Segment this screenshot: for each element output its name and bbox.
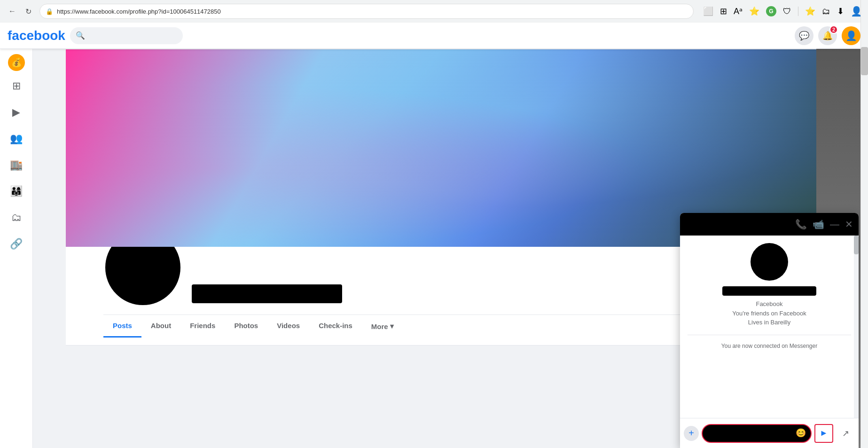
- facebook-nav-right: 💬 🔔 2 👤: [795, 26, 860, 45]
- facebook-sidebar: 🏠 💰 ⊞ ▶ 👥 🏬 👨‍👩‍👧 🗂 🔗: [0, 23, 33, 448]
- messenger-send-button[interactable]: ►: [814, 424, 833, 443]
- messenger-video-icon[interactable]: 📹: [813, 219, 824, 230]
- messenger-friends-label: You're friends on Facebook: [732, 309, 806, 318]
- browser-ext-icon-3[interactable]: Aᵃ: [734, 6, 743, 16]
- browser-address-bar[interactable]: 🔒 https://www.facebook.com/profile.php?i…: [39, 4, 694, 19]
- messenger-icon: 💬: [799, 31, 809, 41]
- messenger-connected-text: You are now connected on Messenger: [688, 335, 851, 357]
- messenger-button[interactable]: 💬: [795, 26, 813, 45]
- sidebar-item-pages[interactable]: 🗂: [5, 206, 28, 229]
- browser-nav-buttons: ← ↻: [6, 5, 35, 18]
- messenger-popup-header: 📞 📹 — ✕: [680, 213, 859, 236]
- tab-photos[interactable]: Photos: [225, 315, 267, 338]
- tab-posts[interactable]: Posts: [103, 315, 141, 338]
- browser-separator: [798, 7, 798, 16]
- external-link-icon: ↗: [842, 428, 849, 439]
- sidebar-item-coin[interactable]: 💰: [8, 54, 25, 71]
- messenger-contact-info: Facebook You're friends on Facebook Live…: [732, 299, 806, 327]
- sidebar-item-watch[interactable]: ▶: [5, 101, 28, 124]
- sidebar-item-link[interactable]: 🔗: [5, 233, 28, 255]
- browser-ext-icon-5[interactable]: 🛡: [783, 7, 791, 16]
- browser-url: https://www.facebook.com/profile.php?id=…: [57, 8, 221, 15]
- tab-checkins[interactable]: Check-ins: [309, 315, 362, 338]
- browser-ext-icon-1[interactable]: ⬜: [703, 6, 713, 16]
- messenger-location-label: Lives in Bareilly: [732, 318, 806, 327]
- search-icon: 🔍: [76, 31, 85, 40]
- browser-ext-icon-8[interactable]: ⬇: [837, 6, 844, 16]
- messenger-facebook-label: Facebook: [732, 299, 806, 309]
- browser-right-icons: ⬜ ⊞ Aᵃ ⭐ G 🛡 ⭐ 🗂 ⬇ 👤: [703, 6, 862, 17]
- browser-main-scrollbar[interactable]: [860, 0, 868, 448]
- messenger-close-button[interactable]: ✕: [845, 219, 853, 230]
- tab-more[interactable]: More ▾: [362, 315, 403, 337]
- messenger-popup: 📞 📹 — ✕ Facebook You're friends on Faceb…: [680, 213, 859, 448]
- tab-about[interactable]: About: [141, 315, 180, 338]
- browser-ext-icon-7[interactable]: 🗂: [822, 7, 830, 16]
- facebook-logo: facebook: [8, 28, 65, 43]
- messenger-minimize-button[interactable]: —: [830, 219, 839, 230]
- browser-ext-icon-6[interactable]: ⭐: [805, 6, 815, 16]
- browser-ext-icon-2[interactable]: ⊞: [720, 6, 727, 16]
- sidebar-item-friends[interactable]: 👥: [5, 127, 28, 150]
- profile-info: [192, 284, 342, 307]
- browser-ext-grammarly[interactable]: G: [766, 6, 776, 16]
- messenger-contact-name-bar: [722, 286, 816, 296]
- messenger-input-area[interactable]: 😊: [702, 424, 812, 443]
- messenger-phone-icon[interactable]: 📞: [795, 219, 807, 230]
- browser-toolbar: ← ↻ 🔒 https://www.facebook.com/profile.p…: [0, 0, 868, 23]
- notification-badge: 2: [829, 25, 838, 34]
- messenger-body: Facebook You're friends on Facebook Live…: [680, 236, 859, 418]
- facebook-search-bar[interactable]: 🔍: [70, 27, 183, 44]
- notifications-button[interactable]: 🔔 2: [818, 26, 837, 45]
- browser-reload-button[interactable]: ↻: [22, 5, 35, 18]
- profile-nav-tabs: Posts About Friends Photos Videos Check-…: [103, 314, 779, 338]
- browser-chrome: ← ↻ 🔒 https://www.facebook.com/profile.p…: [0, 0, 868, 23]
- sidebar-item-grid[interactable]: ⊞: [5, 75, 28, 97]
- browser-back-button[interactable]: ←: [6, 5, 19, 18]
- sidebar-item-groups[interactable]: 👨‍👩‍👧: [5, 180, 28, 203]
- messenger-add-button[interactable]: +: [684, 426, 699, 441]
- messenger-contact-avatar: [751, 243, 788, 281]
- user-avatar-button[interactable]: 👤: [842, 26, 860, 45]
- chevron-down-icon: ▾: [390, 322, 394, 330]
- facebook-topnav: facebook 🔍 💬 🔔 2 👤: [0, 23, 868, 49]
- messenger-scrollbar[interactable]: [854, 236, 859, 418]
- messenger-footer: + 😊 ► ↗: [680, 418, 859, 448]
- send-icon: ►: [820, 428, 828, 438]
- lock-icon: 🔒: [46, 8, 53, 15]
- tab-friends[interactable]: Friends: [180, 315, 225, 338]
- messenger-external-link-button[interactable]: ↗: [836, 424, 855, 443]
- emoji-button[interactable]: 😊: [796, 428, 807, 439]
- profile-name-bar: [192, 284, 342, 303]
- scrollbar-thumb: [861, 47, 868, 75]
- more-label: More: [371, 322, 388, 330]
- scroll-thumb: [854, 236, 859, 254]
- tab-videos[interactable]: Videos: [267, 315, 309, 338]
- sidebar-item-marketplace[interactable]: 🏬: [5, 154, 28, 176]
- browser-ext-icon-4[interactable]: ⭐: [749, 6, 759, 16]
